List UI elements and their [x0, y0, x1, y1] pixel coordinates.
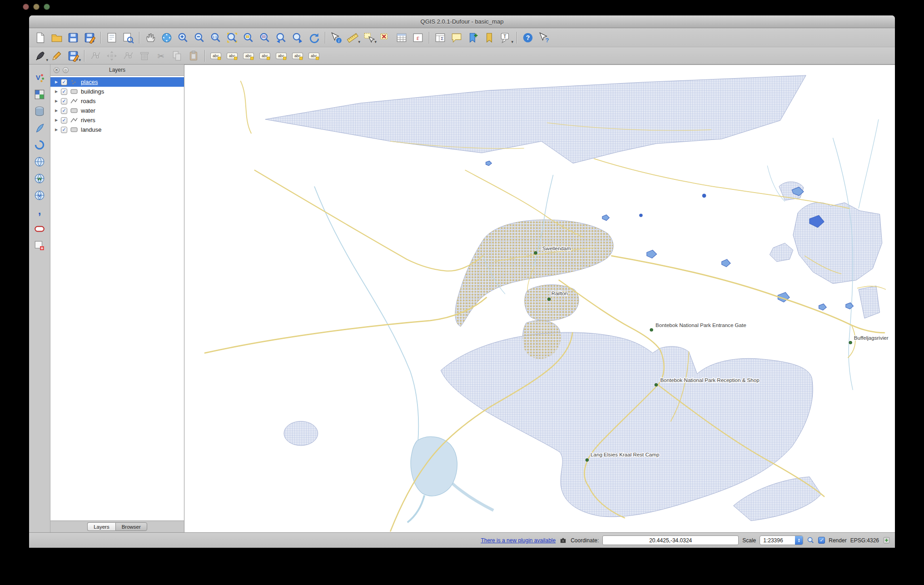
layer-point-icon — [70, 79, 79, 85]
layer-item-landuse[interactable]: ▶✓landuse — [50, 125, 184, 134]
place-label: Railton — [551, 291, 568, 296]
attribute-table-icon[interactable] — [394, 30, 409, 45]
window-title: QGIS 2.0.1-Dufour - basic_map — [421, 18, 504, 25]
coordinate-input[interactable] — [602, 535, 739, 545]
tab-layers[interactable]: Layers — [87, 522, 115, 531]
label-highlight-icon[interactable] — [273, 49, 289, 63]
expand-arrow-icon[interactable]: ▶ — [54, 80, 59, 84]
layer-labeling-icon[interactable] — [208, 49, 224, 63]
scale-magnifier-icon[interactable] — [807, 536, 815, 544]
new-project-icon[interactable] — [33, 30, 48, 45]
expand-arrow-icon[interactable]: ▶ — [54, 89, 59, 94]
identify-icon[interactable] — [328, 30, 344, 45]
label-pin-unpin-icon[interactable] — [257, 49, 273, 63]
zoom-in-icon[interactable] — [175, 30, 191, 45]
zoom-next-icon[interactable] — [290, 30, 305, 45]
expand-arrow-icon[interactable]: ▶ — [54, 99, 59, 103]
expand-arrow-icon[interactable]: ▶ — [54, 128, 59, 132]
zoom-to-layer-icon[interactable] — [257, 30, 273, 45]
label-show-hide-icon[interactable] — [290, 49, 305, 63]
add-oracle-layer-icon[interactable] — [32, 222, 47, 236]
map-canvas[interactable]: Swellendam Railton Bontebok National Par… — [184, 64, 895, 532]
add-mssql-layer-icon[interactable] — [32, 138, 47, 152]
add-delimited-text-icon[interactable] — [32, 205, 47, 219]
text-annotation-icon[interactable]: ▾ — [498, 30, 513, 45]
layer-label: water — [81, 107, 95, 114]
statistical-summary-icon[interactable] — [432, 30, 448, 45]
map-tips-icon[interactable] — [449, 30, 464, 45]
add-wms-layer-icon[interactable] — [32, 155, 47, 169]
zoom-to-selection-icon[interactable] — [241, 30, 256, 45]
layer-checkbox[interactable]: ✓ — [61, 127, 67, 133]
titlebar[interactable]: QGIS 2.0.1-Dufour - basic_map — [29, 15, 895, 28]
scale-combo[interactable]: 1:23396 ▲▼ — [760, 535, 803, 545]
toggle-editing-icon[interactable] — [49, 49, 65, 63]
zoom-out-icon[interactable] — [192, 30, 207, 45]
manage-layers-toolbar — [29, 64, 50, 532]
open-project-icon[interactable] — [49, 30, 65, 45]
plugin-available-link[interactable]: There is a new plugin available — [481, 537, 556, 544]
minimize-window-button[interactable] — [33, 4, 40, 10]
plugin-icon[interactable] — [559, 536, 567, 544]
layer-item-rivers[interactable]: ▶✓rivers — [50, 115, 184, 125]
add-spatialite-layer-icon[interactable] — [32, 121, 47, 135]
layer-label: roads — [81, 98, 96, 104]
save-project-as-icon[interactable] — [82, 30, 97, 45]
pan-map-icon[interactable] — [143, 30, 158, 45]
deselect-features-icon[interactable] — [378, 30, 393, 45]
close-window-button[interactable] — [23, 4, 29, 10]
add-wcs-layer-icon[interactable] — [32, 172, 47, 185]
crs-status-icon[interactable] — [883, 536, 890, 544]
whats-this-icon[interactable] — [537, 30, 552, 45]
add-raster-layer-icon[interactable] — [32, 88, 47, 101]
new-composer-icon[interactable] — [104, 30, 119, 45]
layer-item-places[interactable]: ▶✓places — [50, 77, 184, 87]
combo-arrows-icon: ▲▼ — [795, 536, 803, 545]
new-shapefile-icon[interactable] — [32, 239, 47, 253]
layer-label: rivers — [81, 117, 95, 124]
layer-item-water[interactable]: ▶✓water — [50, 106, 184, 115]
add-wfs-layer-icon[interactable] — [32, 188, 47, 202]
select-features-icon[interactable]: ▾ — [361, 30, 377, 45]
layer-checkbox[interactable]: ✓ — [61, 117, 67, 124]
layer-checkbox[interactable]: ✓ — [61, 79, 67, 85]
map-svg: Swellendam Railton Bontebok National Par… — [184, 65, 895, 532]
current-edits-icon[interactable]: ▾ — [33, 49, 48, 63]
expand-arrow-icon[interactable]: ▶ — [54, 109, 59, 113]
measure-icon[interactable]: ▾ — [345, 30, 360, 45]
layer-item-buildings[interactable]: ▶✓buildings — [50, 87, 184, 96]
toolbar-separator — [325, 32, 325, 44]
layer-checkbox[interactable]: ✓ — [61, 89, 67, 95]
place-point — [655, 383, 657, 386]
help-icon[interactable] — [520, 30, 536, 45]
zoom-full-icon[interactable] — [224, 30, 240, 45]
render-checkbox[interactable]: ✓ — [818, 537, 825, 544]
layer-polygon-icon — [70, 108, 79, 114]
desktop: QGIS 2.0.1-Dufour - basic_map ▾▾▾ ▾▾ ✕ ○… — [0, 0, 924, 585]
save-project-icon[interactable] — [65, 30, 81, 45]
show-bookmarks-icon[interactable] — [482, 30, 497, 45]
toolbar-separator — [429, 32, 429, 44]
composer-manager-icon[interactable] — [120, 30, 136, 45]
layer-item-roads[interactable]: ▶✓roads — [50, 96, 184, 106]
place-label: Bontebok National Park Entrance Gate — [656, 322, 746, 328]
label-move-icon[interactable] — [224, 49, 240, 63]
zoom-native-icon[interactable] — [208, 30, 224, 45]
field-calculator-icon[interactable] — [410, 30, 426, 45]
zoom-last-icon[interactable] — [273, 30, 289, 45]
layer-checkbox[interactable]: ✓ — [61, 98, 67, 104]
add-vector-layer-icon[interactable] — [32, 71, 47, 84]
expand-arrow-icon[interactable]: ▶ — [54, 118, 59, 122]
new-bookmark-icon[interactable] — [465, 30, 481, 45]
pan-to-selection-icon[interactable] — [159, 30, 174, 45]
label-properties-icon[interactable] — [306, 49, 322, 63]
zoom-window-button[interactable] — [44, 4, 50, 10]
tab-browser[interactable]: Browser — [115, 522, 147, 531]
scale-value: 1:23396 — [760, 537, 795, 544]
add-postgis-layer-icon[interactable] — [32, 104, 47, 118]
refresh-icon[interactable] — [306, 30, 322, 45]
label-rotate-icon[interactable] — [241, 49, 256, 63]
save-edits-icon[interactable]: ▾ — [65, 49, 81, 63]
layer-checkbox[interactable]: ✓ — [61, 108, 67, 114]
place-label: Buffeljagsrivier — [854, 335, 889, 341]
